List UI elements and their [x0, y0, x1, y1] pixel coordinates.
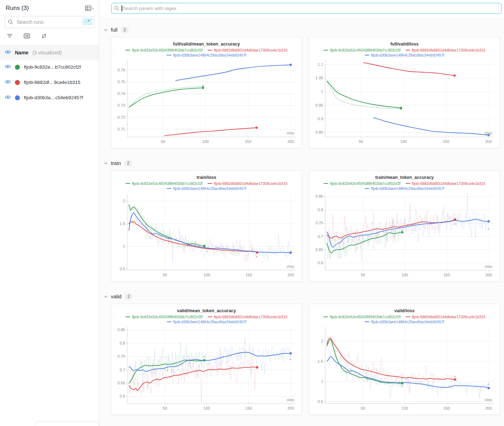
- chart-legend: ftjob-9c832e53c45043f89402bb7cc802cf2fft…: [312, 181, 497, 191]
- svg-text:0.7: 0.7: [318, 234, 323, 239]
- sort-icon[interactable]: [41, 33, 47, 41]
- panel-section: full2full/valid/mean_token_accuracyftjob…: [104, 26, 502, 148]
- legend-dash-icon: [167, 321, 171, 323]
- svg-text:50: 50: [161, 139, 165, 144]
- svg-text:0.75: 0.75: [316, 221, 323, 225]
- legend-dash-icon: [323, 183, 328, 184]
- chart-plot[interactable]: 0.60.650.70.750.80.8550100150200step: [114, 325, 299, 414]
- visualized-count-label: (3 visualized): [32, 50, 61, 55]
- svg-text:200: 200: [486, 406, 492, 410]
- svg-text:0.73: 0.73: [118, 103, 125, 107]
- legend-run-label: ftjob-6882dfa6831d4d6dae17309ca4e1b315: [214, 315, 288, 319]
- svg-text:200: 200: [288, 273, 294, 277]
- chart-plot[interactable]: 0.511.5250100150200step: [312, 325, 497, 414]
- run-color-dot: [15, 65, 20, 70]
- search-runs-input[interactable]: [5, 16, 94, 28]
- run-list-item[interactable]: ftjob-d30b3a…c54eb92457f: [0, 90, 99, 105]
- svg-text:100: 100: [402, 273, 408, 277]
- svg-text:50: 50: [361, 273, 365, 277]
- visibility-eye-icon[interactable]: [5, 95, 11, 101]
- svg-text:1: 1: [123, 244, 125, 248]
- legend-dash-icon: [167, 188, 171, 189]
- run-list-item[interactable]: ftjob-6882df…9ca4e1b315: [0, 75, 99, 90]
- svg-text:100: 100: [400, 139, 407, 144]
- group-icon[interactable]: [23, 33, 30, 41]
- chart-panel[interactable]: train/mean_token_accuracyftjob-9c832e53c…: [309, 170, 500, 282]
- chart-legend: ftjob-9c832e53c45043f89402bb7cc802cf2fft…: [114, 181, 299, 191]
- svg-text:0.75: 0.75: [118, 80, 125, 84]
- svg-text:2: 2: [321, 339, 323, 343]
- legend-run-label: ftjob-d30b3aee14864c29acd9ac54eb92457f: [371, 53, 444, 57]
- svg-text:200: 200: [287, 139, 294, 144]
- chart-panel[interactable]: full/valid/mean_token_accuracyftjob-9c83…: [111, 37, 302, 148]
- legend-run-label: ftjob-9c832e53c45043f89402bb7cc802cf2f: [132, 48, 203, 52]
- run-name-label[interactable]: ftjob-9c832e…b7cc802cf2f: [24, 64, 81, 70]
- legend-entry: ftjob-d30b3aee14864c29acd9ac54eb92457f: [365, 319, 444, 324]
- chart-plot[interactable]: 0.60.650.70.750.80.8550100150200step: [312, 191, 497, 280]
- chevron-down-icon[interactable]: [104, 295, 108, 298]
- run-name-label[interactable]: ftjob-6882df…9ca4e1b315: [24, 80, 80, 85]
- legend-dash-icon: [125, 183, 130, 184]
- svg-text:step: step: [484, 398, 492, 402]
- svg-text:0.5: 0.5: [318, 399, 323, 404]
- chart-panel[interactable]: train/lossftjob-9c832e53c45043f89402bb7c…: [111, 170, 302, 282]
- panel-sections: full2full/valid/mean_token_accuracyftjob…: [99, 17, 504, 415]
- visibility-eye-icon[interactable]: [5, 49, 11, 55]
- section-header: full2: [104, 26, 502, 33]
- search-panels-input[interactable]: [111, 3, 502, 14]
- legend-dash-icon: [406, 50, 410, 51]
- legend-run-label: ftjob-9c832e53c45043f89402bb7cc802cf2f: [330, 181, 401, 186]
- svg-text:100: 100: [204, 406, 210, 410]
- visibility-eye-icon[interactable]: [5, 79, 11, 85]
- svg-text:1.5: 1.5: [318, 359, 323, 363]
- svg-text:0.85: 0.85: [316, 130, 323, 134]
- regex-toggle-button[interactable]: .*: [82, 18, 92, 25]
- legend-run-label: ftjob-9c832e53c45043f89402bb7cc802cf2f: [330, 48, 401, 52]
- svg-text:0.75: 0.75: [118, 354, 125, 358]
- run-name-label[interactable]: ftjob-d30b3a…c54eb92457f: [24, 95, 83, 100]
- svg-text:50: 50: [163, 406, 167, 410]
- chart-plot[interactable]: 0.511.5250100150200step: [114, 191, 299, 280]
- svg-text:2: 2: [123, 199, 125, 203]
- chart-plot[interactable]: 0.710.720.730.740.750.7650100150200step: [114, 58, 299, 147]
- chart-legend: ftjob-9c832e53c45043f89402bb7cc802cf2fft…: [114, 314, 299, 324]
- svg-text:step: step: [484, 264, 492, 268]
- app-window: Runs (3) › .*: [0, 0, 504, 426]
- legend-entry: ftjob-d30b3aee14864c29acd9ac54eb92457f: [167, 186, 246, 191]
- panel-row: train/lossftjob-9c832e53c45043f89402bb7c…: [111, 170, 502, 282]
- legend-entry: ftjob-9c832e53c45043f89402bb7cc802cf2f: [323, 181, 401, 186]
- filter-icon[interactable]: [6, 33, 13, 41]
- svg-text:1.5: 1.5: [120, 222, 125, 226]
- workspace-main: full2full/valid/mean_token_accuracyftjob…: [99, 0, 504, 426]
- svg-text:0.85: 0.85: [118, 328, 125, 332]
- name-column-label: Name: [15, 50, 28, 55]
- svg-text:0.71: 0.71: [118, 127, 125, 131]
- chart-title: full/valid/mean_token_accuracy: [114, 42, 299, 47]
- legend-dash-icon: [208, 183, 212, 184]
- legend-run-label: ftjob-d30b3aee14864c29acd9ac54eb92457f: [173, 53, 246, 57]
- chart-plot[interactable]: 0.850.90.9511.051.150100150200step: [312, 58, 497, 147]
- section-title[interactable]: train: [111, 160, 121, 166]
- legend-entry: ftjob-d30b3aee14864c29acd9ac54eb92457f: [167, 319, 246, 324]
- chart-panel[interactable]: valid/lossftjob-9c832e53c45043f89402bb7c…: [309, 304, 500, 415]
- section-title[interactable]: full: [111, 27, 118, 33]
- visibility-eye-icon[interactable]: [5, 64, 11, 70]
- chevron-down-icon[interactable]: [104, 28, 108, 31]
- runs-table-toggle-button[interactable]: ›: [85, 5, 94, 11]
- chart-panel[interactable]: full/valid/lossftjob-9c832e53c45043f8940…: [309, 37, 500, 148]
- tooltip-popup-stub: [36, 422, 99, 426]
- legend-dash-icon: [125, 50, 130, 51]
- panel-row: valid/mean_token_accuracyftjob-9c832e53c…: [111, 304, 502, 415]
- text-cursor: [122, 5, 122, 11]
- legend-entry: ftjob-d30b3aee14864c29acd9ac54eb92457f: [365, 186, 444, 191]
- chart-panel[interactable]: valid/mean_token_accuracyftjob-9c832e53c…: [111, 304, 302, 415]
- chevron-down-icon[interactable]: [104, 162, 108, 165]
- panel-section: train2train/lossftjob-9c832e53c45043f894…: [104, 160, 502, 282]
- chevron-right-icon: ›: [92, 5, 94, 11]
- runs-sidebar: Runs (3) › .*: [0, 0, 99, 426]
- run-list-item[interactable]: ftjob-9c832e…b7cc802cf2f: [0, 59, 99, 75]
- section-title[interactable]: valid: [111, 294, 122, 299]
- legend-run-label: ftjob-6882dfa6831d4d6dae17309ca4e1b315: [412, 181, 486, 186]
- legend-dash-icon: [406, 183, 410, 184]
- legend-entry: ftjob-d30b3aee14864c29acd9ac54eb92457f: [365, 53, 444, 58]
